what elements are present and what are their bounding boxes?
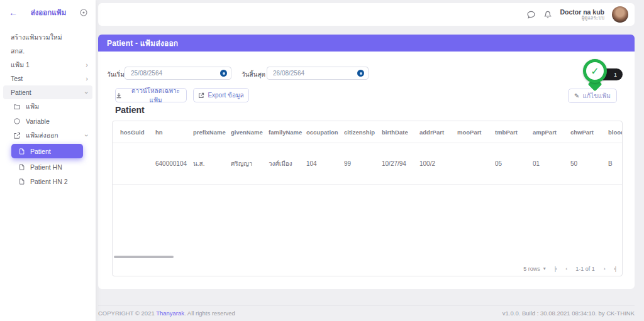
column-header: tmbPart: [495, 129, 533, 136]
start-date-label: วันเริ่ม: [107, 70, 125, 79]
end-date-value: 26/08/2564: [273, 70, 357, 77]
copyright-link[interactable]: Thanyarak: [156, 310, 184, 317]
table-cell: 100/2: [419, 160, 457, 167]
folder-icon: [13, 103, 21, 111]
rows-per-page-select[interactable]: 5 rows ▾: [523, 266, 546, 272]
top-header-bar: Doctor na kub ผู้ดูแลระบบ: [98, 3, 635, 26]
column-header: prefixName: [193, 129, 231, 136]
sidebar-item-label: Patient HN 2: [30, 178, 68, 185]
page-title: Patient - แฟ้มส่งออก: [107, 37, 178, 49]
sidebar-item-label: Patient: [11, 89, 86, 96]
table-header-row: hosGuidhnprefixNamegivenNamefamilyNameoc…: [113, 121, 622, 143]
column-header: ampPart: [533, 129, 570, 136]
sidebar-item-label: แฟ้ม 1: [11, 60, 86, 70]
circle-icon: [13, 117, 21, 125]
table-row[interactable]: 640000104น.ส.ศริญญาวงศ์เมือง1049910/27/9…: [113, 143, 622, 185]
external-link-icon: [198, 92, 204, 99]
start-date-input[interactable]: 25/08/2564: [125, 67, 231, 80]
export-data-button[interactable]: Export ข้อมูล: [193, 88, 249, 102]
sidebar-subitem-export-files[interactable]: แฟ้มส่งออก ›: [0, 128, 96, 143]
calendar-target-icon[interactable]: [357, 70, 364, 77]
copyright-suffix: . All rights reserved: [184, 310, 235, 317]
start-date-value: 25/08/2564: [131, 70, 220, 77]
avatar[interactable]: [612, 6, 628, 23]
column-header: citizenship: [344, 129, 382, 136]
end-date-input[interactable]: 26/08/2564: [267, 67, 369, 80]
sidebar-subitem-file[interactable]: แฟ้ม: [0, 99, 96, 114]
back-arrow-icon[interactable]: ←: [9, 8, 18, 18]
main-area: Doctor na kub ผู้ดูแลระบบ Patient - แฟ้ม…: [96, 0, 644, 321]
user-name: Doctor na kub: [560, 8, 604, 16]
sidebar-item-file1[interactable]: แฟ้ม 1 ›: [0, 58, 96, 72]
calendar-target-icon[interactable]: [220, 70, 227, 77]
sidebar-leaf-patient-hn[interactable]: Patient HN: [0, 160, 96, 174]
table-cell: B: [608, 160, 622, 167]
caret-down-icon: ▾: [543, 266, 546, 271]
column-header: occupation: [306, 129, 344, 136]
prev-page-icon[interactable]: ‹: [565, 266, 567, 272]
sidebar-item-label: แฟ้มส่งออก: [26, 130, 80, 141]
sidebar-item-label: Patient HN: [30, 163, 62, 171]
first-page-icon[interactable]: |‹: [555, 266, 557, 272]
sidebar-item-patient[interactable]: Patient ›: [3, 85, 92, 99]
page-banner: Patient - แฟ้มส่งออก: [98, 35, 635, 52]
sidebar-leaf-patient[interactable]: Patient: [11, 144, 83, 158]
sidebar-item-test[interactable]: Test ›: [0, 72, 96, 85]
chevron-down-icon: ›: [84, 91, 91, 94]
sidebar-item-label: Variable: [26, 117, 88, 125]
chevron-right-icon: ›: [86, 62, 88, 68]
table-cell: 104: [306, 160, 344, 167]
table-cell: 10/27/94: [382, 160, 419, 167]
download-icon: [116, 92, 122, 99]
last-page-icon[interactable]: ›|: [614, 266, 616, 272]
sidebar-item-label: สกส.: [11, 46, 88, 57]
column-header: chwPart: [570, 129, 608, 136]
table-cell: 99: [344, 160, 382, 167]
table-cell: น.ส.: [193, 159, 231, 168]
pencil-icon: ✎: [574, 92, 579, 99]
pagination: 5 rows ▾ |‹ ‹ 1-1 of 1 › ›|: [523, 266, 616, 272]
user-role: ผู้ดูแลระบบ: [560, 16, 604, 21]
sidebar-header: ← ส่งออกแฟ้ม: [0, 0, 96, 25]
sidebar-item-sks[interactable]: สกส.: [0, 44, 96, 58]
horizontal-scrollbar[interactable]: [114, 256, 174, 258]
chevron-down-icon: ›: [84, 134, 91, 137]
column-header: givenName: [231, 129, 269, 136]
sidebar-item-label: แฟ้ม: [26, 101, 88, 112]
sidebar: ← ส่งออกแฟ้ม สร้างแฟ้มรวมใหม่ สกส. แฟ้ม …: [0, 0, 96, 321]
record-target-icon[interactable]: [79, 8, 88, 17]
table-cell: ศริญญา: [231, 159, 269, 168]
copyright-prefix: COPYRIGHT © 2021: [98, 310, 156, 317]
chat-icon[interactable]: [526, 10, 536, 19]
count-badge-value: 1: [614, 72, 617, 78]
sidebar-item-create-file[interactable]: สร้างแฟ้มรวมใหม่: [0, 30, 96, 44]
table-cell: 05: [495, 160, 533, 167]
sidebar-leaf-patient-hn2[interactable]: Patient HN 2: [0, 174, 96, 188]
chevron-right-icon: ›: [86, 75, 88, 82]
column-header: familyName: [269, 129, 306, 136]
table-cell: วงศ์เมือง: [269, 159, 306, 168]
column-header: birthDate: [382, 129, 419, 136]
rows-per-page-value: 5 rows: [523, 266, 540, 272]
footer: COPYRIGHT © 2021 Thanyarak. All rights r…: [98, 305, 635, 317]
file-icon: [18, 148, 25, 155]
table-cell: 50: [570, 160, 608, 167]
download-file-button[interactable]: ดาวน์โหลดเฉพาะแฟ้ม: [115, 88, 187, 102]
export-button-label: Export ข้อมูล: [208, 90, 243, 100]
next-page-icon[interactable]: ›: [604, 266, 605, 272]
sidebar-item-label: สร้างแฟ้มรวมใหม่: [11, 32, 88, 43]
column-header: mooPart: [457, 129, 495, 136]
export-icon: [13, 132, 21, 139]
content-card: วันเริ่ม 25/08/2564 วันสิ้นสุด 26/08/256…: [98, 52, 635, 289]
page-range: 1-1 of 1: [575, 266, 595, 272]
build-info: v1.0.0. Build : 30.08.2021 08:34:10. by …: [502, 310, 635, 317]
table-body: 640000104น.ส.ศริญญาวงศ์เมือง1049910/27/9…: [113, 143, 622, 185]
bell-icon[interactable]: [543, 10, 552, 19]
column-header: hosGuid: [120, 129, 155, 136]
sidebar-subitem-variable[interactable]: Variable: [0, 114, 96, 128]
patient-table: hosGuidhnprefixNamegivenNamefamilyNameoc…: [112, 121, 623, 276]
check-circle-icon: ✓: [583, 59, 607, 83]
table-cell: 640000104: [155, 160, 193, 167]
user-menu[interactable]: Doctor na kub ผู้ดูแลระบบ: [560, 8, 604, 21]
column-header: hn: [155, 129, 193, 136]
